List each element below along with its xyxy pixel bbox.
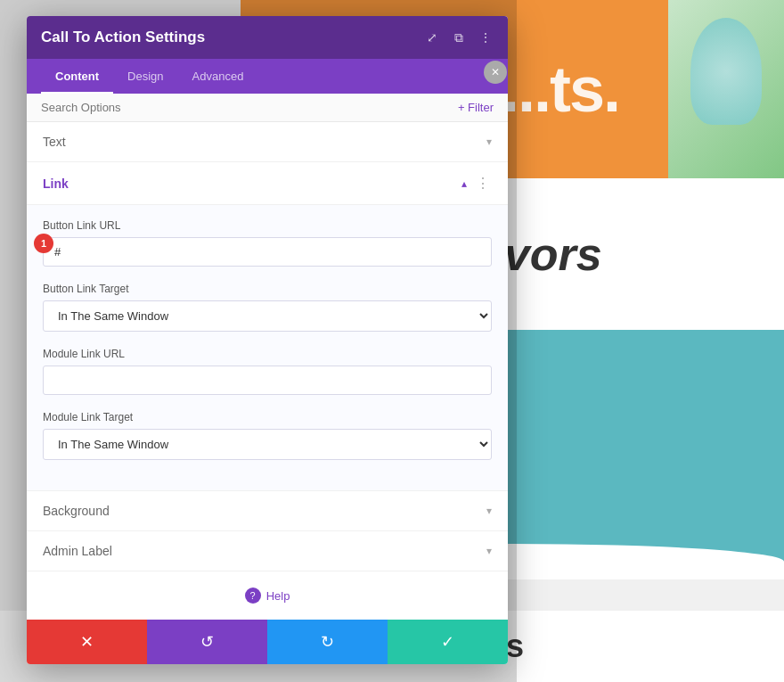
- tab-design[interactable]: Design: [113, 59, 177, 94]
- tabs-row: Content Design Advanced: [27, 59, 508, 94]
- panel-footer: ✕ ↺ ↻ ✓: [27, 620, 508, 664]
- save-button[interactable]: ✓: [388, 620, 508, 664]
- cancel-button[interactable]: ✕: [27, 620, 147, 664]
- redo-button[interactable]: ↻: [267, 620, 388, 664]
- link-section-content: 1 Button Link URL Button Link Target In …: [27, 205, 508, 491]
- link-section-menu-icon[interactable]: ⋮: [476, 175, 492, 192]
- ice-cream-image: [668, 0, 784, 178]
- admin-label-section-left: Admin Label: [43, 544, 112, 558]
- button-link-url-group: 1 Button Link URL: [43, 219, 492, 267]
- admin-label-section-label: Admin Label: [43, 544, 112, 558]
- panel-content: Text ▾ Link ▴ ⋮ 1 Button Link URL: [27, 122, 508, 620]
- settings-panel: Call To Action Settings ⤢ ⧉ ⋮ Content De…: [27, 16, 508, 664]
- copy-icon[interactable]: ⧉: [451, 29, 467, 45]
- button-link-target-group: Button Link Target In The Same Window In…: [43, 283, 492, 332]
- badge-number: 1: [34, 234, 53, 253]
- panel-title: Call To Action Settings: [41, 29, 205, 46]
- text-section-label: Text: [43, 135, 66, 149]
- help-icon: ?: [245, 588, 261, 604]
- module-link-url-label: Module Link URL: [43, 348, 492, 360]
- module-link-target-group: Module Link Target In The Same Window In…: [43, 411, 492, 460]
- button-link-url-label: Button Link URL: [43, 219, 492, 232]
- admin-label-chevron-down-icon: ▾: [486, 545, 492, 557]
- help-text[interactable]: Help: [266, 589, 290, 603]
- background-chevron-down-icon: ▾: [486, 505, 492, 517]
- module-link-url-group: Module Link URL: [43, 348, 492, 395]
- button-link-target-select[interactable]: In The Same Window In The New Window: [43, 300, 492, 332]
- text-section-header[interactable]: Text ▾: [27, 122, 508, 162]
- text-section-left: Text: [43, 135, 66, 149]
- module-link-url-input[interactable]: [43, 366, 492, 395]
- background-section-left: Background: [43, 504, 110, 518]
- undo-button[interactable]: ↺: [147, 620, 267, 664]
- menu-icon[interactable]: ⋮: [478, 29, 494, 45]
- tab-content[interactable]: Content: [41, 59, 113, 94]
- link-chevron-up-icon: ▴: [461, 177, 467, 190]
- search-row: + Filter: [27, 94, 508, 122]
- link-section-label: Link: [43, 177, 69, 191]
- search-input[interactable]: [41, 101, 458, 114]
- tab-advanced[interactable]: Advanced: [178, 59, 258, 94]
- text-chevron-down-icon: ▾: [486, 136, 492, 148]
- button-link-target-label: Button Link Target: [43, 283, 492, 295]
- panel-header: Call To Action Settings ⤢ ⧉ ⋮: [27, 16, 508, 59]
- button-link-url-input[interactable]: [43, 237, 492, 267]
- expand-icon[interactable]: ⤢: [424, 29, 440, 45]
- filter-button[interactable]: + Filter: [458, 101, 494, 114]
- header-icons: ⤢ ⧉ ⋮: [424, 29, 494, 45]
- module-link-target-label: Module Link Target: [43, 411, 492, 423]
- link-section-left: Link: [43, 177, 69, 191]
- ice-cream-shape: [690, 18, 762, 125]
- module-link-target-select[interactable]: In The Same Window In The New Window: [43, 429, 492, 460]
- help-row: ? Help: [27, 571, 508, 620]
- link-section-header[interactable]: Link ▴ ⋮: [27, 162, 508, 205]
- background-section-label: Background: [43, 504, 110, 518]
- background-section-header[interactable]: Background ▾: [27, 491, 508, 531]
- close-overlay-button[interactable]: ✕: [484, 61, 507, 84]
- admin-label-section-header[interactable]: Admin Label ▾: [27, 531, 508, 571]
